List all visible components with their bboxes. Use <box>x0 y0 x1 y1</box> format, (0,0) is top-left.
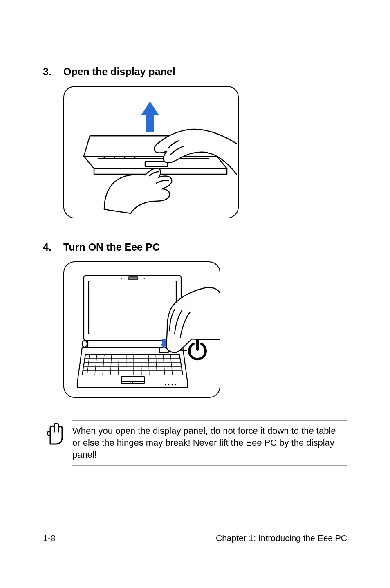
svg-point-4 <box>121 278 122 279</box>
turn-on-illustration-icon <box>64 262 220 397</box>
figure-open-display-panel <box>63 86 347 218</box>
svg-point-9 <box>165 384 166 386</box>
figure-box-1 <box>63 86 239 218</box>
page-number: 1-8 <box>43 533 55 543</box>
step-3-title: Open the display panel <box>63 65 175 78</box>
svg-point-13 <box>82 341 87 347</box>
important-hand-icon <box>43 420 72 446</box>
page-footer: 1-8 Chapter 1: Introducing the Eee PC <box>43 528 347 543</box>
step-4-number: 4. <box>43 241 63 253</box>
open-display-illustration-icon <box>65 87 237 218</box>
caution-note-text: When you open the display panel, do not … <box>72 420 347 466</box>
svg-rect-3 <box>129 277 138 280</box>
step-4-title: Turn ON the Eee PC <box>63 241 160 253</box>
svg-point-11 <box>172 384 173 386</box>
step-3-heading: 3. Open the display panel <box>43 65 347 78</box>
step-4-heading: 4. Turn ON the Eee PC <box>43 241 347 253</box>
manual-page: 3. Open the display panel <box>0 0 390 588</box>
caution-note: When you open the display panel, do not … <box>43 420 347 466</box>
figure-box-2 <box>63 261 220 398</box>
step-3-number: 3. <box>43 65 63 78</box>
svg-rect-2 <box>89 281 176 334</box>
svg-point-5 <box>144 278 145 279</box>
figure-turn-on-eee-pc <box>63 261 347 398</box>
chapter-label: Chapter 1: Introducing the Eee PC <box>216 533 347 543</box>
svg-point-10 <box>168 384 170 386</box>
svg-point-12 <box>175 384 176 386</box>
